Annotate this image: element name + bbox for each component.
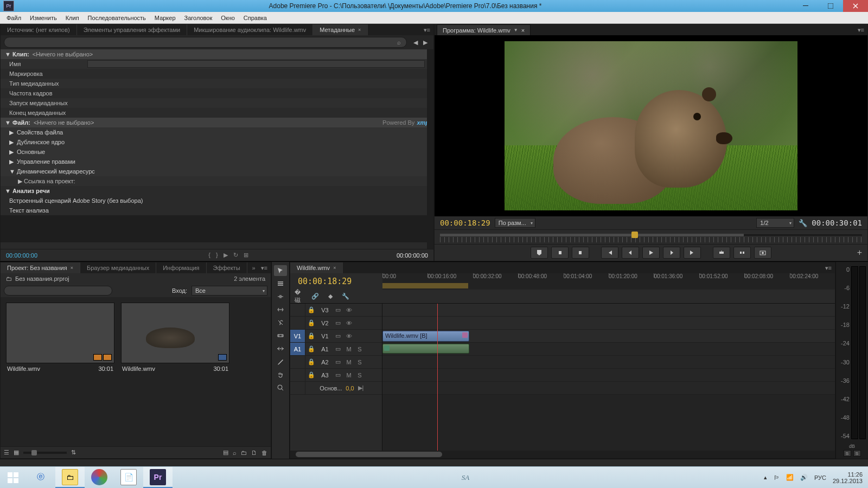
tab-info[interactable]: Информация — [156, 262, 206, 273]
mark-out-button[interactable] — [572, 247, 589, 259]
menu-window[interactable]: Окно — [216, 12, 239, 23]
video-clip[interactable]: Wildlife.wmv [В] — [382, 331, 469, 342]
close-icon[interactable]: × — [521, 27, 525, 34]
solo-button[interactable]: S — [354, 346, 365, 352]
mute-button[interactable]: M — [343, 372, 354, 378]
track-header-a3[interactable]: 🔒A3▭MS — [290, 369, 382, 382]
track-header-v2[interactable]: 🔒V2▭👁 — [290, 317, 382, 330]
in-timecode[interactable]: 00:00:00:00 — [6, 252, 60, 259]
razor-tool[interactable] — [274, 317, 287, 328]
close-button[interactable] — [843, 0, 868, 12]
eye-icon[interactable]: 👁 — [343, 333, 354, 339]
panel-menu-icon[interactable]: ▾≡ — [822, 262, 835, 273]
timeline-timecode[interactable]: 00:00:18:29 — [290, 277, 382, 286]
tab-source[interactable]: Источник: (нет клипов) — [1, 24, 77, 35]
menu-marker[interactable]: Маркер — [150, 12, 180, 23]
goto-in-button[interactable] — [601, 247, 618, 259]
project-item[interactable]: Wildlife.wmv30:01 — [121, 303, 229, 374]
taskbar-ie[interactable]: ⓔ — [26, 467, 55, 488]
tab-effects[interactable]: Эффекты — [207, 262, 247, 273]
program-scrub-bar[interactable] — [435, 229, 867, 245]
play-button[interactable] — [642, 247, 660, 259]
panel-menu-icon[interactable]: ▾≡ — [854, 27, 867, 34]
lock-icon[interactable]: 🔒 — [305, 371, 317, 378]
goto-out-button[interactable] — [684, 247, 701, 259]
menu-edit[interactable]: Изменить — [25, 12, 61, 23]
delete-icon[interactable]: 🗑 — [261, 450, 267, 456]
mute-button[interactable]: M — [343, 359, 354, 365]
lock-icon[interactable]: 🔒 — [305, 319, 317, 326]
lock-icon[interactable]: 🔒 — [305, 345, 317, 352]
timeline-tracks-area[interactable]: Wildlife.wmv [В] — [382, 304, 835, 451]
project-search-input[interactable] — [4, 286, 112, 296]
tray-lang[interactable]: РУС — [814, 474, 826, 481]
tray-clock[interactable]: 11:26 29.12.2013 — [833, 471, 863, 484]
new-item-icon[interactable]: 🗋 — [251, 450, 257, 456]
lift-button[interactable] — [713, 247, 730, 259]
track-header-v1[interactable]: V1🔒V1▭👁 — [290, 330, 382, 343]
taskbar-wordpad[interactable]: 📄 — [114, 467, 143, 488]
insert-icon[interactable]: ⊞ — [244, 252, 248, 259]
set-out-icon[interactable]: } — [216, 252, 218, 259]
file-section-header[interactable]: ▼ Файл: <Ничего не выбрано> Powered By x… — [1, 118, 433, 127]
master-track[interactable]: Основ...0,0▶| — [290, 382, 382, 395]
group-rights[interactable]: ▶Управление правами — [1, 157, 433, 166]
step-fwd-button[interactable] — [663, 247, 680, 259]
tab-project[interactable]: Проект: Без названия× — [1, 262, 80, 273]
taskbar-explorer[interactable]: 🗀 — [55, 467, 85, 488]
filter-dropdown[interactable]: Все — [192, 286, 267, 296]
menu-sequence[interactable]: Последовательность — [84, 12, 150, 23]
mute-button[interactable]: ▭ — [333, 358, 343, 365]
export-frame-button[interactable] — [754, 247, 771, 259]
tab-metadata[interactable]: Метаданные× — [313, 24, 368, 35]
list-view-icon[interactable]: ☰ — [4, 449, 9, 456]
solo-l-button[interactable]: S — [844, 450, 851, 457]
program-tab[interactable]: Программа: Wildlife.wmv▼× — [437, 24, 531, 35]
close-icon[interactable]: × — [358, 27, 361, 33]
tray-up-icon[interactable]: ▴ — [764, 474, 767, 481]
menu-file[interactable]: Файл — [2, 12, 25, 23]
marker-icon[interactable]: ◆ — [325, 292, 336, 301]
tray-network-icon[interactable]: 📶 — [786, 474, 794, 481]
group-basic[interactable]: ▶Основные — [1, 147, 433, 157]
settings-icon[interactable]: 🔧 — [799, 219, 807, 227]
timeline-playhead[interactable] — [437, 304, 438, 451]
mute-button[interactable]: ▭ — [333, 345, 343, 352]
settings-icon[interactable]: 🔧 — [340, 292, 351, 301]
panel-menu-icon[interactable]: ▾≡ — [420, 24, 433, 35]
loop-icon[interactable]: ↻ — [233, 252, 238, 259]
speech-section[interactable]: ▼Анализ речи — [1, 186, 433, 196]
lock-icon[interactable]: 🔒 — [305, 332, 317, 339]
track-header-v3[interactable]: 🔒V3▭👁 — [290, 304, 382, 317]
menu-help[interactable]: Справка — [239, 12, 271, 23]
add-button-icon[interactable]: + — [857, 248, 862, 258]
audio-clip[interactable] — [382, 344, 469, 354]
prev-button[interactable]: ◀ — [411, 37, 420, 47]
playhead-icon[interactable] — [631, 232, 638, 238]
mute-button[interactable]: ▭ — [333, 371, 343, 378]
extract-button[interactable] — [733, 247, 751, 259]
program-video[interactable] — [435, 35, 867, 216]
menu-clip[interactable]: Клип — [61, 12, 84, 23]
slip-tool[interactable] — [274, 330, 287, 341]
close-icon[interactable]: × — [71, 265, 73, 271]
sort-icon[interactable]: ⇅ — [71, 449, 76, 456]
timeline-hscroll[interactable] — [290, 451, 835, 458]
hand-tool[interactable] — [274, 369, 287, 380]
master-level[interactable]: 0,0 — [344, 385, 355, 391]
tab-effect-controls[interactable]: Элементы управления эффектами — [77, 24, 187, 35]
mark-in-button[interactable] — [551, 247, 569, 259]
clip-section-header[interactable]: ▼ Клип: <Ничего не выбрано> — [1, 49, 433, 59]
tab-audio-mixer[interactable]: Микширование аудиоклипа: Wildlife.wmv — [187, 24, 313, 35]
panel-menu-icon[interactable]: ▾≡ — [258, 262, 271, 273]
group-file-props[interactable]: ▶Свойства файла — [1, 127, 433, 137]
project-item[interactable]: Wildlife.wmv30:01 — [6, 303, 114, 374]
slide-tool[interactable] — [274, 343, 287, 354]
track-header-a2[interactable]: 🔒A2▭MS — [290, 356, 382, 369]
zoom-tool[interactable] — [274, 382, 287, 393]
zoom-dropdown[interactable]: 1/2 — [756, 218, 794, 228]
program-timecode[interactable]: 00:00:18:29 — [440, 219, 490, 227]
maximize-button[interactable] — [818, 0, 843, 12]
find-icon[interactable]: ⌕ — [233, 450, 237, 456]
rate-tool[interactable] — [274, 304, 287, 315]
